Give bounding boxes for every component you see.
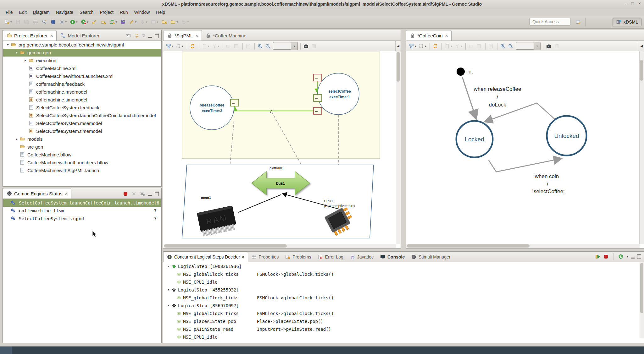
menu-run[interactable]: Run [117, 9, 131, 15]
zoom-level-input[interactable] [516, 42, 534, 50]
tree-item[interactable]: src-gen [3, 143, 161, 151]
shield-dropdown-icon[interactable]: ▾ [627, 255, 628, 258]
search-pencil-button[interactable] [41, 18, 48, 26]
quick-access-input[interactable]: Quick Access [530, 18, 570, 25]
down-arrow-dropdown-icon[interactable]: ▾ [146, 20, 147, 24]
tree-item[interactable]: CoffeeMachinewithoutLaunchers.bflow [3, 159, 161, 166]
collapsed-arrow-icon[interactable]: ▸ [14, 137, 19, 141]
menu-help[interactable]: Help [153, 9, 168, 15]
sync-star-dropdown-icon[interactable]: ▾ [115, 20, 117, 24]
zoom-in-button[interactable] [499, 42, 506, 50]
mse-event-row[interactable]: MSE_placeA1State_popPlace->placeA1State.… [164, 317, 640, 325]
engine-row[interactable]: coffemachine.tfsm7 [3, 207, 161, 215]
new-wizard-button[interactable]: ▾ [3, 18, 13, 26]
tree-item[interactable]: CoffeeMachinewithoutLaunchers.xml [3, 72, 161, 80]
port-select-in-bottom[interactable] [314, 107, 322, 114]
zoom-out-button[interactable] [507, 42, 514, 50]
logical-step-row[interactable]: ▾LogicalStep [856970097] [164, 302, 640, 309]
xdsml-perspective-button[interactable]: xDSML [613, 18, 641, 26]
minimize-view-icon[interactable] [148, 195, 152, 196]
editor-tab-coffeecoin[interactable]: *CoffeeCoin× [406, 30, 452, 41]
stop-red-icon[interactable] [123, 191, 128, 197]
port-release-out[interactable] [230, 99, 239, 106]
zoom-in-button[interactable] [257, 42, 264, 50]
view-menu-icon[interactable]: ▽ [142, 34, 145, 38]
node-releasecoffee[interactable] [190, 86, 234, 130]
pencil-dropdown-icon[interactable]: ▾ [135, 20, 137, 24]
zoom-level-dropdown-icon[interactable]: ▾ [534, 42, 541, 50]
tree-item[interactable]: ▸execution [3, 57, 161, 64]
folder-dropdown-icon[interactable]: ▾ [176, 20, 178, 24]
coffeecoin-canvas[interactable]: init when releaseCoffee / doLock Locked … [406, 51, 640, 244]
logical-step-row[interactable]: ▾LogicalStep [1008261936] [164, 262, 640, 270]
tree-item[interactable]: CoffeeMachine.bflow [3, 151, 161, 159]
tab-console[interactable]: Console [377, 252, 408, 262]
sync-star-button[interactable]: ▾ [108, 18, 118, 26]
init-transition[interactable] [462, 77, 476, 118]
close-icon[interactable]: × [445, 33, 448, 38]
mse-event-row[interactable]: MSE_CPU1_idle [164, 278, 640, 286]
close-icon[interactable]: × [195, 33, 198, 38]
folder-button[interactable]: ▾ [169, 18, 179, 26]
layout-blue-button[interactable]: ▾ [408, 42, 417, 50]
close-window-icon[interactable]: × [638, 1, 641, 6]
coffeecoin-horizontal-scrollbar[interactable] [406, 244, 640, 248]
tree-item[interactable]: CoffeeMachine.xml [3, 64, 161, 72]
expanded-arrow-icon[interactable]: ▾ [166, 303, 171, 308]
debug-star-button[interactable]: ▾ [58, 18, 68, 26]
tab-model-explorer[interactable]: Model Explorer [57, 30, 103, 41]
sphere-purple-button[interactable] [119, 18, 127, 26]
collapse-toolbar-icon[interactable]: ◀ [395, 41, 401, 51]
sigpml-canvas[interactable]: p releaseCoffee execTime:3 selectCoffee … [164, 51, 396, 244]
engine-row[interactable]: SelectCoffeeSystem.launchCoffeeCoin.laun… [3, 199, 161, 207]
tree-item[interactable]: SelectCoffeeSystem.msemodel [3, 119, 161, 127]
maximize-view-icon[interactable] [155, 192, 159, 196]
globe-dark-button[interactable] [49, 18, 57, 26]
pencil-button[interactable]: ▾ [128, 18, 138, 26]
window-gray-dropdown-icon[interactable]: ▾ [157, 20, 158, 24]
shield-green-icon[interactable] [618, 254, 624, 259]
mse-event-row[interactable]: MSE_pA1inState_readInputPort->pA1inState… [164, 325, 640, 333]
step-run-icon[interactable] [595, 254, 601, 259]
sigpml-vertical-scrollbar[interactable] [396, 51, 400, 244]
tab-javadoc[interactable]: @Javadoc [347, 252, 377, 262]
bottom-vertical-scrollbar[interactable] [640, 262, 644, 338]
maximize-view-icon[interactable] [155, 34, 159, 38]
collapse-toolbar-icon[interactable]: ◀ [639, 41, 644, 51]
minimize-view-icon[interactable] [631, 258, 635, 259]
tab-concurrent-logical-steps-decider[interactable]: Concurrent Logical Steps Decider× [163, 252, 248, 262]
mse-event-row[interactable]: MSE_globalClock_ticksFSMClock->globalClo… [164, 270, 640, 278]
run-dropdown-icon[interactable]: ▾ [76, 20, 78, 24]
menu-diagram[interactable]: Diagram [30, 9, 53, 15]
editor-tab-sigpml[interactable]: *SigPML× [163, 30, 202, 41]
layout-blue-dropdown-icon[interactable]: ▾ [172, 45, 174, 48]
key-gold-button[interactable] [91, 18, 98, 26]
close-icon[interactable]: × [50, 33, 53, 38]
layout-blue-dropdown-icon[interactable]: ▾ [415, 45, 416, 48]
logical-step-row[interactable]: ▾LogicalStep [455255932] [164, 286, 640, 294]
zoom-level-combo[interactable]: ▾ [516, 42, 541, 50]
mse-event-row[interactable]: MSE_CPU1_idle [164, 333, 640, 341]
tab-error-log[interactable]: Error Log [314, 252, 346, 262]
marquee-dropdown-icon[interactable]: ▾ [182, 45, 184, 48]
layout-blue-button[interactable]: ▾ [165, 42, 174, 50]
menu-file[interactable]: File [3, 9, 16, 15]
tree-item[interactable]: ▸models [3, 135, 161, 143]
expanded-arrow-icon[interactable]: ▾ [6, 43, 10, 47]
mse-event-row[interactable]: MSE_globalClock_ticksFSMClock->globalClo… [164, 294, 640, 302]
expanded-arrow-icon[interactable]: ▾ [166, 264, 171, 268]
minimize-view-icon[interactable] [148, 37, 152, 38]
marquee-button[interactable]: ▾ [175, 42, 184, 50]
clear-x-icon[interactable] [131, 191, 137, 197]
menu-edit[interactable]: Edit [16, 9, 30, 15]
tree-item[interactable]: CoffeeMachinewithSigPML.launch [3, 166, 161, 174]
sync-orange-button[interactable] [189, 42, 196, 50]
tab-gemoc-engines-status[interactable]: Gemoc Engines Status × [3, 188, 71, 199]
menu-project[interactable]: Project [97, 9, 117, 15]
tree-item[interactable]: SelectCoffeeSystem.timemodel [3, 127, 161, 135]
tree-item[interactable]: ▾gemoc-gen [3, 49, 161, 57]
node-selectcoffee[interactable] [318, 73, 359, 115]
undo-dropdown-icon[interactable]: ▾ [187, 20, 189, 24]
run-alt-dropdown-icon[interactable]: ▾ [87, 20, 89, 24]
port-select-in-top[interactable] [314, 74, 322, 81]
